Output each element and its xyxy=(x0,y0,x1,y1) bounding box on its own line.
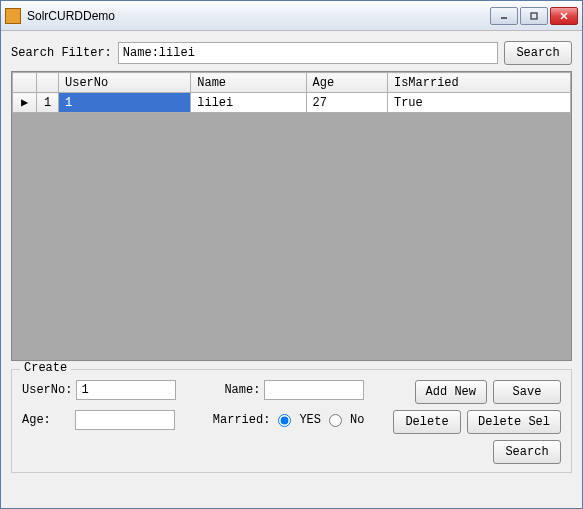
grid-cell[interactable]: 1 xyxy=(59,93,191,113)
minimize-button[interactable] xyxy=(490,7,518,25)
app-icon xyxy=(5,8,21,24)
save-button[interactable]: Save xyxy=(493,380,561,404)
grid-index-header[interactable] xyxy=(37,73,59,93)
create-legend: Create xyxy=(20,361,71,375)
col-header-name[interactable]: Name xyxy=(191,73,306,93)
search-button[interactable]: Search xyxy=(504,41,572,65)
married-yes-label: YES xyxy=(299,413,321,427)
close-button[interactable] xyxy=(550,7,578,25)
userno-label: UserNo: xyxy=(22,383,72,397)
userno-input[interactable] xyxy=(76,380,176,400)
titlebar[interactable]: SolrCURDDemo xyxy=(1,1,582,31)
married-no-label: No xyxy=(350,413,364,427)
grid-cell[interactable]: lilei xyxy=(191,93,306,113)
grid-corner[interactable] xyxy=(13,73,37,93)
search-filter-input[interactable] xyxy=(118,42,498,64)
svg-rect-1 xyxy=(531,13,537,19)
col-header-userno[interactable]: UserNo xyxy=(59,73,191,93)
create-panel: Create UserNo: Name: xyxy=(11,369,572,473)
search-filter-label: Search Filter: xyxy=(11,46,112,60)
window-title: SolrCURDDemo xyxy=(27,9,490,23)
row-index[interactable]: 1 xyxy=(37,93,59,113)
married-no-radio[interactable] xyxy=(329,414,342,427)
name-label: Name: xyxy=(224,383,260,397)
delete-button[interactable]: Delete xyxy=(393,410,461,434)
row-indicator[interactable]: ▶ xyxy=(13,93,37,113)
create-search-button[interactable]: Search xyxy=(493,440,561,464)
add-new-button[interactable]: Add New xyxy=(415,380,487,404)
grid-cell[interactable]: 27 xyxy=(306,93,387,113)
data-grid[interactable]: UserNo Name Age IsMarried ▶11lilei27True xyxy=(11,71,572,361)
name-input[interactable] xyxy=(264,380,364,400)
grid-cell[interactable]: True xyxy=(387,93,570,113)
age-input[interactable] xyxy=(75,410,175,430)
delete-sel-button[interactable]: Delete Sel xyxy=(467,410,561,434)
age-label: Age: xyxy=(22,413,51,427)
married-label: Married: xyxy=(213,413,271,427)
maximize-button[interactable] xyxy=(520,7,548,25)
window-frame: SolrCURDDemo Search Filter: Search xyxy=(0,0,583,509)
married-yes-radio[interactable] xyxy=(278,414,291,427)
col-header-age[interactable]: Age xyxy=(306,73,387,93)
col-header-ismarried[interactable]: IsMarried xyxy=(387,73,570,93)
